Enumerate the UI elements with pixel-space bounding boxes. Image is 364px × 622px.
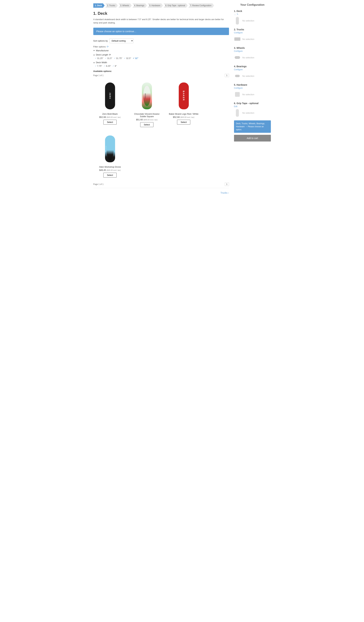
board-image-zero: ZERO — [105, 82, 115, 109]
board-image-baker: BAKER — [179, 82, 189, 109]
filter-item-315[interactable]: ✓ 31.5" — [105, 57, 112, 59]
check-icon: ✓ — [114, 57, 115, 59]
config-hardware-action[interactable]: Configure — [234, 87, 271, 89]
config-grip-action[interactable]: Edit — [234, 105, 271, 108]
step-bearings[interactable]: 4. Bearings — [132, 3, 147, 8]
config-bearings-action[interactable]: Configure — [234, 68, 271, 71]
config-hardware-item: No selection — [234, 90, 271, 98]
check-icon: ✓ — [95, 65, 96, 67]
step-grip-tape[interactable]: 6. Grip Tape - optional — [164, 3, 188, 8]
select-button-baker[interactable]: Select — [177, 120, 190, 125]
product-name-baker: Baker Brand Logo Red / White — [169, 113, 199, 115]
config-trucks-action[interactable]: Configure — [234, 32, 271, 34]
config-deck-title: 1. Deck — [234, 10, 271, 12]
filter-group-manufacturer: ▼ Manufacturer — [93, 49, 229, 52]
config-trucks-no-selection: No selection — [242, 38, 255, 40]
page-description: A standard skateboard deck width is betw… — [93, 18, 229, 24]
select-button-choco[interactable]: Select — [140, 122, 153, 127]
config-hardware-title: 5. Hardware — [234, 83, 271, 86]
product-name-zero: Zero Bold Black — [95, 113, 125, 115]
add-to-cart-button[interactable]: Add to cart — [234, 135, 271, 141]
config-deck-action[interactable]: … ✎ — [234, 13, 271, 15]
available-label: Available options: — [93, 70, 229, 72]
deck-width-label: Deck Width — [96, 61, 107, 64]
filter-item-325[interactable]: ✓ 32.5" — [124, 57, 131, 59]
sort-row: Sort options by Default sorting Price: L… — [93, 39, 229, 43]
select-button-zero[interactable]: Select — [103, 120, 116, 125]
product-grid-row2: Alien Workshop Alien Workshop Drone $49.… — [93, 132, 229, 179]
filter-item-32[interactable]: ✓ 32" — [133, 57, 139, 59]
sidebar-title: Your Configuration — [234, 3, 271, 6]
nav-next-arrow-icon: › — [228, 192, 229, 194]
board-image-alien: Alien Workshop — [105, 136, 115, 162]
nav-next-button[interactable]: Trucks › — [220, 192, 229, 194]
svg-point-0 — [143, 86, 151, 106]
filter-section: Filter options ⟳ ▼ Manufacturer ▲ Deck L… — [93, 45, 229, 67]
filter-item-3125[interactable]: ✓ 31.25" — [95, 57, 103, 59]
main-content: 1. Deck 2. Trucks 3. Wheels 4. Bearings … — [93, 3, 229, 197]
step-wheels[interactable]: 3. Wheels — [118, 3, 132, 8]
select-button-alien[interactable]: Select — [103, 173, 116, 177]
filter-refresh-icon[interactable]: ⟳ — [107, 45, 109, 48]
config-wheels-no-selection: No selection — [242, 56, 255, 59]
manufacturer-label: Manufacturer — [96, 49, 109, 52]
hardware-icon — [235, 92, 240, 97]
sidebar: Your Configuration 1. Deck … ✎ No select… — [234, 3, 271, 197]
product-image-choco: Chocolate — [132, 81, 162, 111]
config-grip-no-selection: No selection — [242, 112, 255, 114]
page-number-badge: 1 — [225, 74, 229, 77]
step-deck[interactable]: 1. Deck — [93, 3, 105, 8]
filter-item-8[interactable]: ✓ 8" — [112, 65, 117, 67]
sort-select[interactable]: Default sorting Price: Low to High Price… — [109, 39, 133, 43]
bottom-nav: Trucks › — [93, 188, 229, 197]
step-trucks[interactable]: 2. Trucks — [105, 3, 118, 8]
deck-width-toggle[interactable]: ▲ Deck Width — [93, 61, 229, 64]
config-deck-item: No selection — [234, 17, 271, 25]
deck-length-label: Deck Length — [96, 54, 108, 56]
config-bearings-title: 4. Bearings — [234, 65, 271, 68]
step-hardware[interactable]: 5. Hardware — [147, 3, 163, 8]
config-grip-item: No selection — [234, 109, 271, 117]
page-info-text: Page 1 of 1 — [93, 74, 104, 77]
filter-item-label: 31.75" — [116, 57, 122, 59]
filter-item-775[interactable]: ✓ 7.75" — [95, 65, 102, 67]
filter-item-label: 7.75" — [97, 65, 102, 67]
filter-label: Filter options — [93, 45, 106, 48]
manufacturer-toggle[interactable]: ▼ Manufacturer — [93, 49, 229, 52]
check-icon: ✓ — [104, 65, 105, 67]
nav-next-label: Trucks — [220, 192, 227, 194]
check-icon: ✓ — [95, 57, 96, 59]
steps-breadcrumb: 1. Deck 2. Trucks 3. Wheels 4. Bearings … — [93, 3, 229, 8]
filter-item-label: 31.25" — [97, 57, 103, 59]
check-icon: ✓ — [112, 65, 114, 67]
product-name-choco: Chocolate Vincent Alvarez Subtle Square — [132, 113, 162, 118]
check-icon: ✓ — [133, 57, 134, 59]
product-name-alien: Alien Workshop Drone — [95, 166, 125, 168]
deck-length-refresh-icon[interactable]: ⟳ — [109, 54, 111, 56]
filter-item-label: 32.5" — [126, 57, 131, 59]
product-card-alien: Alien Workshop Alien Workshop Drone $49.… — [93, 132, 127, 179]
product-card-baker: BAKER Baker Brand Logo Red / White $52.6… — [167, 79, 200, 129]
step-review[interactable]: 7. Review Configuration — [188, 3, 214, 8]
config-section-bearings: 4. Bearings Configure No selection — [234, 65, 271, 80]
filter-item-label: 32" — [135, 57, 139, 59]
filter-item-3175[interactable]: ✓ 31.75" — [114, 57, 122, 59]
page-info-bottom-text: Page 1 of 1 — [93, 183, 104, 185]
product-price-choco: $51.60 ($48.00 excl. tax) — [132, 118, 162, 121]
warning-box: Deck, Trucks, Wheels, Bearings, Hardware… — [234, 120, 271, 133]
config-trucks-icon — [234, 35, 241, 43]
product-card-choco: Chocolate Chocolate Vincent Alvarez Subt… — [130, 79, 164, 129]
config-trucks-title: 2. Trucks — [234, 28, 271, 31]
config-grip-title: 6. Grip Tape - optional — [234, 102, 271, 105]
config-wheels-title: 3. Wheels — [234, 47, 271, 49]
config-wheels-action[interactable]: Configure — [234, 50, 271, 52]
page-title: 1. Deck — [93, 11, 229, 16]
bearings-icon — [235, 75, 240, 77]
manufacturer-arrow-icon: ▼ — [93, 50, 95, 52]
filter-group-deck-width: ▲ Deck Width ✓ 7.75" ✓ 8.25" ✓ 8" — [93, 61, 229, 67]
deck-length-toggle[interactable]: ▲ Deck Length ⟳ — [93, 54, 229, 56]
filter-item-825[interactable]: ✓ 8.25" — [104, 65, 111, 67]
product-price-zero: $52.68 ($49.00 excl. tax) — [95, 116, 125, 118]
notice-bar: Please choose an option to continue… — [93, 28, 229, 35]
svg-point-2 — [106, 137, 114, 160]
